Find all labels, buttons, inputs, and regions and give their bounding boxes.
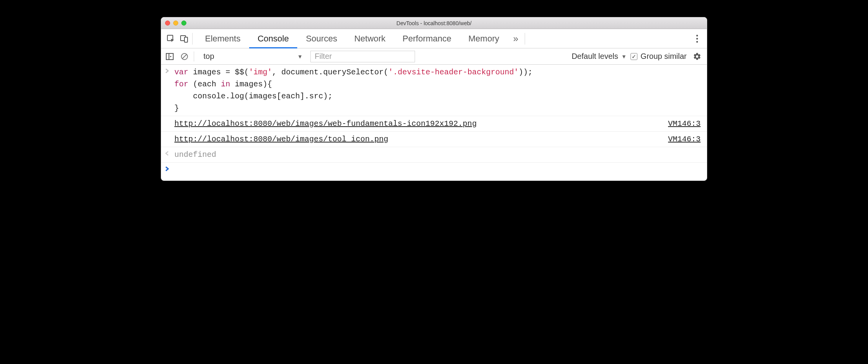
minimize-window-button[interactable] xyxy=(173,21,178,26)
tab-elements[interactable]: Elements xyxy=(196,29,249,48)
log-message-link[interactable]: http://localhost:8080/web/images/tool_ic… xyxy=(174,133,388,145)
toggle-console-sidebar-icon[interactable] xyxy=(164,51,175,62)
return-value: undefined xyxy=(174,149,702,161)
log-source-link[interactable]: VM146:3 xyxy=(668,118,701,130)
console-settings-icon[interactable] xyxy=(691,52,704,61)
log-source-link[interactable]: VM146:3 xyxy=(668,133,701,145)
log-gutter xyxy=(164,133,174,145)
console-prompt-row[interactable] xyxy=(161,163,707,180)
prompt-chevron-icon xyxy=(164,164,174,173)
svg-line-9 xyxy=(182,54,187,59)
more-tabs-button[interactable]: » xyxy=(508,33,524,44)
context-label: top xyxy=(203,52,214,61)
zoom-window-button[interactable] xyxy=(181,21,186,26)
execution-context-selector[interactable]: top ▼ xyxy=(198,51,307,62)
settings-menu-button[interactable] xyxy=(691,34,704,43)
tab-performance[interactable]: Performance xyxy=(394,29,460,48)
filter-placeholder: Filter xyxy=(315,52,332,61)
separator xyxy=(525,33,525,45)
checkbox-icon: ✓ xyxy=(630,53,637,60)
input-chevron-icon xyxy=(164,66,174,114)
console-log-row: http://localhost:8080/web/images/web-fun… xyxy=(161,116,707,132)
traffic-lights xyxy=(161,21,186,26)
clear-console-icon[interactable] xyxy=(179,51,190,62)
tab-network[interactable]: Network xyxy=(346,29,394,48)
dropdown-triangle-icon: ▼ xyxy=(621,53,627,60)
svg-point-3 xyxy=(696,34,698,36)
log-message-link[interactable]: http://localhost:8080/web/images/web-fun… xyxy=(174,118,477,130)
main-tabs-bar: ElementsConsoleSourcesNetworkPerformance… xyxy=(161,29,707,48)
tab-memory[interactable]: Memory xyxy=(460,29,508,48)
svg-point-4 xyxy=(696,38,698,39)
separator xyxy=(192,33,193,45)
dropdown-triangle-icon: ▼ xyxy=(297,53,303,60)
console-input-row: var images = $$('img', document.querySel… xyxy=(161,65,707,116)
console-prompt-input[interactable] xyxy=(174,164,702,173)
close-window-button[interactable] xyxy=(165,21,170,26)
log-levels-selector[interactable]: Default levels ▼ xyxy=(572,52,627,61)
svg-point-5 xyxy=(696,41,698,42)
filter-input[interactable]: Filter xyxy=(310,51,415,62)
return-chevron-icon xyxy=(164,149,174,161)
console-return-row: undefined xyxy=(161,147,707,163)
group-similar-checkbox[interactable]: ✓ Group similar xyxy=(630,52,687,61)
svg-rect-2 xyxy=(184,37,188,42)
console-toolbar: top ▼ Filter Default levels ▼ ✓ Group si… xyxy=(161,48,707,65)
titlebar: DevTools - localhost:8080/web/ xyxy=(161,17,707,29)
tab-sources[interactable]: Sources xyxy=(297,29,346,48)
separator xyxy=(194,52,194,62)
log-gutter xyxy=(164,118,174,130)
window-title: DevTools - localhost:8080/web/ xyxy=(161,20,707,26)
tab-console[interactable]: Console xyxy=(249,29,298,48)
svg-rect-6 xyxy=(166,53,173,60)
console-log-row: http://localhost:8080/web/images/tool_ic… xyxy=(161,132,707,147)
devtools-window: DevTools - localhost:8080/web/ ElementsC… xyxy=(161,17,707,181)
console-output: var images = $$('img', document.querySel… xyxy=(161,65,707,180)
device-toolbar-icon[interactable] xyxy=(177,32,191,45)
inspect-element-icon[interactable] xyxy=(164,32,177,45)
levels-label: Default levels xyxy=(572,52,618,61)
group-similar-label: Group similar xyxy=(641,52,687,61)
console-input-code[interactable]: var images = $$('img', document.querySel… xyxy=(174,66,702,114)
